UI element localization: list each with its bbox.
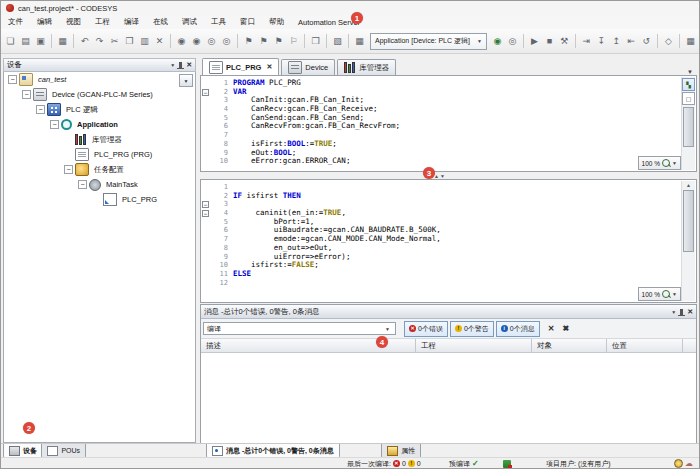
chevron-down-icon[interactable]: ▼ (672, 291, 677, 297)
step-out-icon[interactable]: ↥ (610, 34, 623, 48)
warning-filter-button[interactable]: !0个警告 (450, 321, 494, 337)
code-line[interactable]: 12 (201, 279, 696, 288)
cut-icon[interactable]: ✂ (108, 34, 121, 48)
bookmark-clear-icon[interactable]: ⚐ (287, 34, 300, 48)
menu-item-7[interactable]: 调试 (175, 15, 204, 29)
code-line[interactable]: 6 CanRecvFrom:gcan.FB_Can_RecvFrom; (201, 122, 696, 131)
collapse-icon[interactable]: − (8, 75, 17, 84)
scroll-up-icon[interactable]: ▲ (686, 182, 691, 188)
tree-node-device-gcan-plc-m-series-[interactable]: −Device (GCAN-PLC-M Series) (4, 87, 195, 102)
menu-item-3[interactable]: 视图 (59, 15, 88, 29)
step-back-icon[interactable]: ⇤ (625, 34, 638, 48)
close-icon[interactable]: ✕ (186, 61, 192, 69)
menu-item-5[interactable]: 编译 (117, 15, 146, 29)
save-icon[interactable]: ▣ (34, 34, 47, 48)
implementation-zoom-control[interactable]: 100 % ▼ (638, 287, 681, 301)
code-line[interactable]: 10 isfirst:=FALSE; (201, 261, 696, 270)
menu-item-6[interactable]: 在线 (146, 15, 175, 29)
find-icon[interactable]: ◉ (175, 34, 188, 48)
menu-item-8[interactable]: 工具 (204, 15, 233, 29)
error-filter-button[interactable]: ✕0个错误 (404, 321, 448, 337)
copy-icon[interactable]: ❐ (123, 34, 136, 48)
tab--[interactable]: 库管理器 (337, 59, 396, 75)
step-over-icon[interactable]: ⇥ (580, 34, 593, 48)
open-file-icon[interactable]: ▤ (19, 34, 32, 48)
new-folder-icon[interactable]: ▧ (331, 34, 344, 48)
window-split-icon[interactable]: ▢ (682, 92, 695, 105)
run-to-cursor-icon[interactable]: ◇ (662, 34, 675, 48)
info-filter-button[interactable]: i0个消息 (496, 321, 540, 337)
tree-node-plc-[interactable]: −PLC 逻辑 (4, 102, 195, 117)
column-header-对象[interactable]: 对象 (532, 339, 607, 352)
clear-all-messages-icon[interactable]: ✖ (562, 324, 569, 333)
close-icon[interactable]: ✕ (687, 308, 693, 316)
collapse-icon[interactable]: − (78, 180, 87, 189)
delete-icon[interactable]: ✕ (153, 34, 166, 48)
implementation-editor[interactable]: 12IF isfirst THEN−3−4 caninit(en_in:=TRU… (200, 179, 697, 303)
chevron-down-icon[interactable]: ▼ (475, 38, 484, 44)
bottom-tab-messages[interactable]: 消息 -总计0个错误, 0警告, 0条消息 (206, 444, 340, 458)
tree-root-dropdown[interactable]: ▼ (179, 74, 193, 87)
split-view-icon[interactable]: ▚ (682, 78, 695, 91)
column-header-位置[interactable]: 位置 (607, 339, 683, 352)
code-line[interactable]: 10 eError:gcan.ERROR_CAN; (201, 157, 696, 166)
tab-plc-prg[interactable]: PLC_PRG✕ (202, 58, 279, 75)
paste-icon[interactable]: ▥ (138, 34, 151, 48)
scrollbar-thumb[interactable] (683, 107, 694, 147)
tree-node--[interactable]: 库管理器 (4, 132, 195, 147)
tree-node-plc-prg[interactable]: PLC_PRG (4, 192, 195, 207)
tab-device[interactable]: Device (281, 59, 335, 75)
chevron-down-icon[interactable]: ▼ (672, 160, 677, 166)
display-mode-icon[interactable]: ▦ (684, 34, 697, 48)
column-header-工程[interactable]: 工程 (416, 339, 532, 352)
application-combobox[interactable]: Application [Device: PLC 逻辑] ▼ (370, 33, 487, 50)
copy-format-icon[interactable]: ❒ (309, 34, 322, 48)
bookmark-previous-icon[interactable]: ⚑ (272, 34, 285, 48)
pin-icon[interactable] (680, 309, 683, 315)
menu-item-1[interactable]: 文件 (1, 15, 30, 29)
tree-node-plc-prg-prg-[interactable]: PLC_PRG (PRG) (4, 147, 195, 162)
reset-icon[interactable]: ↺ (640, 34, 653, 48)
declaration-scrollbar[interactable]: ▚ ▢ (681, 77, 695, 170)
collapse-icon[interactable]: − (202, 89, 209, 96)
start-icon[interactable]: ▶ (528, 34, 541, 48)
message-category-combobox[interactable]: 编译 ▼ (203, 322, 396, 335)
tree-node--[interactable]: −任务配置 (4, 162, 195, 177)
undo-icon[interactable]: ↶ (78, 34, 91, 48)
scrollbar-thumb[interactable] (683, 190, 694, 252)
build-icon[interactable]: ⚒ (558, 34, 571, 48)
panel-menu-icon[interactable]: ▼ (170, 62, 175, 68)
editor-splitter[interactable]: ▲▼ (200, 172, 697, 179)
search-objects-icon[interactable]: ◎ (205, 34, 218, 48)
calendar-icon[interactable]: ▦ (353, 34, 366, 48)
tree-node-can-test[interactable]: −can_test (4, 72, 195, 87)
menu-item-2[interactable]: 编辑 (30, 15, 59, 29)
bookmark-next-icon[interactable]: ⚑ (257, 34, 270, 48)
chevron-down-icon[interactable]: ▼ (383, 326, 392, 332)
code-line[interactable]: 2IF isfirst THEN (201, 192, 696, 201)
code-line[interactable]: 11ELSE (201, 270, 696, 279)
collapse-icon[interactable]: − (36, 105, 45, 114)
collapse-icon[interactable]: − (202, 210, 209, 217)
bottom-tab-devices[interactable]: 设备 (3, 444, 43, 458)
login-icon[interactable]: ◉ (491, 34, 504, 48)
collapse-icon[interactable]: − (22, 90, 31, 99)
declaration-zoom-control[interactable]: 100 % ▼ (638, 156, 681, 170)
implementation-scrollbar[interactable]: ▲ (681, 181, 695, 301)
menu-item-10[interactable]: 帮助 (262, 15, 291, 29)
bookmark-toggle-icon[interactable]: ⚑ (242, 34, 255, 48)
declaration-editor[interactable]: 1PROGRAM PLC_PRG−2VAR3 CanInit:gcan.FB_C… (200, 75, 697, 172)
bottom-tab-props[interactable]: 属性 (381, 444, 421, 458)
collapse-icon[interactable]: − (64, 165, 73, 174)
panel-menu-icon[interactable]: ▼ (671, 309, 676, 315)
collapse-icon[interactable]: − (202, 201, 209, 208)
clear-message-icon[interactable]: ✕ (548, 324, 555, 333)
pin-icon[interactable] (179, 62, 182, 68)
stop-icon[interactable]: ■ (543, 34, 556, 48)
menu-item-9[interactable]: 窗口 (233, 15, 262, 29)
logout-icon[interactable]: ◎ (506, 34, 519, 48)
close-tab-icon[interactable]: ✕ (266, 63, 272, 71)
new-file-icon[interactable]: ❏ (4, 34, 17, 48)
replace-objects-icon[interactable]: ◎ (220, 34, 233, 48)
menu-item-4[interactable]: 工程 (88, 15, 117, 29)
